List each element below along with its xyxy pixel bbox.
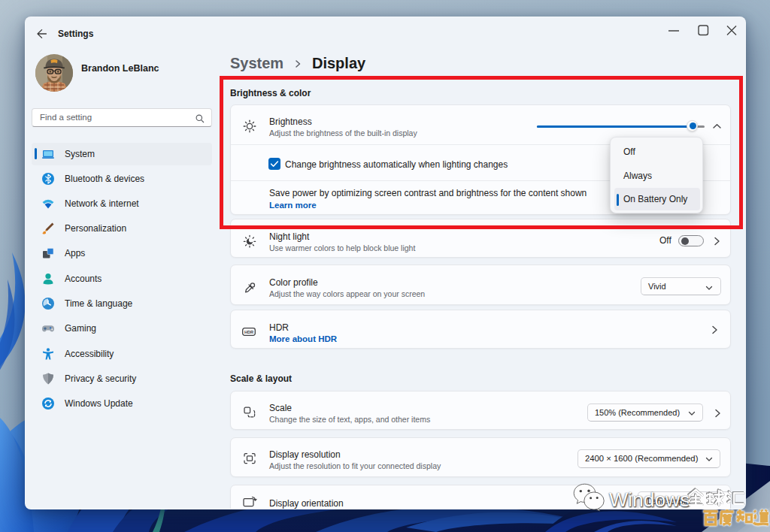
svg-text:HDR: HDR <box>244 330 253 334</box>
